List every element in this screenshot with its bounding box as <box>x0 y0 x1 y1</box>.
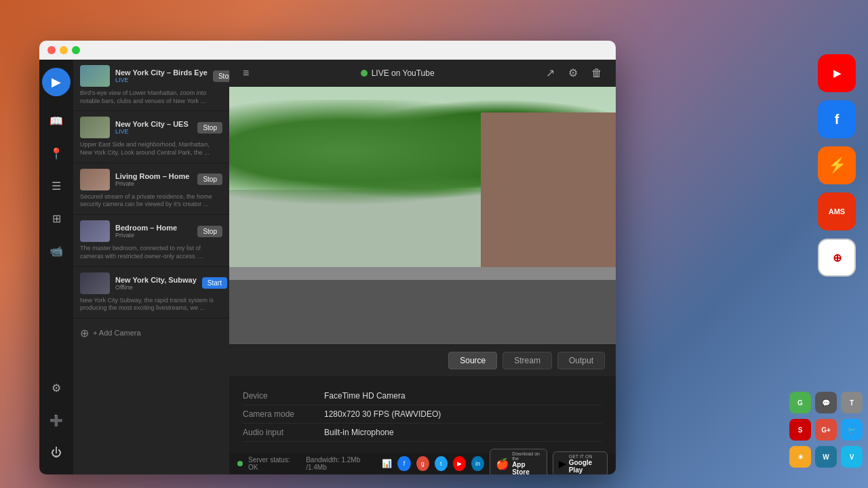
mini-icon-s-red[interactable]: S <box>789 419 811 441</box>
status-right: f g t ▶ in 🍎 Download on the App Store ▶ <box>397 449 608 474</box>
camera-item-2[interactable]: New York City – UES LIVE Stop Upper East… <box>73 111 229 163</box>
device-value: FaceTime HD Camera <box>324 391 406 401</box>
camera-info-1: New York City – Birds Eye LIVE <box>115 68 208 83</box>
menu-icon-btn[interactable]: ≡ <box>240 64 252 82</box>
camera-list: New York City – Birds Eye LIVE Stop Bird… <box>73 60 229 474</box>
delete-btn[interactable]: 🗑 <box>589 64 605 82</box>
apple-main-label: App Store <box>512 461 541 474</box>
sidebar-icon-power[interactable]: ⏻ <box>43 439 70 466</box>
add-camera-label: + Add Camera <box>93 329 141 337</box>
tab-source[interactable]: Source <box>448 352 497 369</box>
camera-mode-label: Camera mode <box>243 409 324 419</box>
sidebar-icon-plus[interactable]: ➕ <box>43 407 70 434</box>
google-play-badge[interactable]: ▶ GET IT ON Google Play <box>553 451 608 475</box>
bandwidth-icon: 📊 <box>382 459 392 468</box>
sidebar-icon-video[interactable]: 📹 <box>43 237 70 264</box>
camera-name-4: Bedroom – Home <box>115 224 192 232</box>
camera-item-4[interactable]: Bedroom – Home Private Stop The master b… <box>73 215 229 266</box>
app-window: ▶ 📖 📍 ☰ ⊞ 📹 ⚙ ➕ <box>39 41 616 474</box>
bandwidth-text: Bandwidth: 1.2Mb /1.4Mb <box>306 456 375 471</box>
mini-icon-t[interactable]: T <box>841 392 863 413</box>
social-youtube[interactable]: ▶ <box>453 456 466 471</box>
sidebar-icon-settings[interactable]: ⚙ <box>43 374 70 401</box>
mini-icon-chat[interactable]: 💬 <box>815 392 837 413</box>
add-camera-icon: ⊕ <box>80 327 89 340</box>
google-main-label: Google Play <box>569 459 601 474</box>
sidebar-logo[interactable]: ▶ <box>42 68 71 96</box>
mini-icon-v[interactable]: V <box>841 446 863 468</box>
camera-status-3: Private <box>115 180 192 187</box>
status-dot <box>237 461 243 466</box>
camera-info-3: Living Room – Home Private <box>115 172 192 187</box>
camera-desc-5: New York City Subway, the rapid transit … <box>80 297 222 312</box>
bottom-right-icons-area: G 💬 T S G+ 🐦 ☀ W V <box>789 392 863 468</box>
sidebar-icon-location[interactable]: 📍 <box>43 140 70 167</box>
sidebar-icon-grid[interactable]: ⊞ <box>43 205 70 232</box>
list-icon: ☰ <box>52 180 61 192</box>
mini-icon-gplus[interactable]: G+ <box>815 419 837 441</box>
trash-icon: 🗑 <box>591 67 602 79</box>
server-status-text: Server status: OK <box>248 456 296 471</box>
sidebar-icon-list[interactable]: ☰ <box>43 172 70 199</box>
desktop-icon-s5[interactable]: ⊕ <box>818 239 856 277</box>
logo-icon: ▶ <box>52 75 61 89</box>
camera-status-4: Private <box>115 232 192 239</box>
top-bar: ≡ LIVE on YouTube ↗ ⚙ 🗑 <box>229 60 616 87</box>
camera-stop-btn-3[interactable]: Stop <box>197 174 222 185</box>
mini-icon-twitter[interactable]: 🐦 <box>841 419 863 441</box>
share-btn[interactable]: ↗ <box>543 64 557 82</box>
mini-icons-row3: ☀ W V <box>789 446 863 468</box>
settings-btn[interactable]: ⚙ <box>566 64 580 82</box>
social-linkedin[interactable]: in <box>471 456 484 471</box>
camera-mode-value: 868x488 30 FPS (RAWVIDEO) <box>324 409 441 419</box>
street-scene <box>229 87 616 344</box>
camera-stop-btn-2[interactable]: Stop <box>197 122 222 134</box>
social-fb[interactable]: f <box>397 456 410 471</box>
camera-stop-btn-1[interactable]: Stop <box>213 70 229 82</box>
camera-info-5: New York City, Subway Offline <box>115 276 197 291</box>
road-layer <box>229 280 616 344</box>
sidewalk-layer <box>229 267 616 280</box>
mini-icon-wp[interactable]: W <box>815 446 837 468</box>
desktop-icon-facebook[interactable]: f <box>818 100 856 138</box>
camera-stop-btn-4[interactable]: Stop <box>197 226 222 237</box>
tab-stream[interactable]: Stream <box>502 352 552 369</box>
audio-label: Audio input <box>243 428 324 437</box>
mini-icon-sun[interactable]: ☀ <box>789 446 811 468</box>
camera-item-3[interactable]: Living Room – Home Private Stop Secured … <box>73 163 229 215</box>
camera-item-2-top: New York City – UES LIVE Stop <box>80 117 222 138</box>
camera-info-4: Bedroom – Home Private <box>115 224 192 239</box>
camera-desc-3: Secured stream of a private residence, t… <box>80 193 222 209</box>
bolt-icon: ⚡ <box>828 157 846 174</box>
camera-name-3: Living Room – Home <box>115 172 192 180</box>
add-camera-btn[interactable]: ⊕ + Add Camera <box>73 319 229 348</box>
apple-store-badge[interactable]: 🍎 Download on the App Store <box>490 449 547 474</box>
mini-icons-row2: S G+ 🐦 <box>789 419 863 441</box>
title-bar <box>39 41 616 60</box>
social-twitter[interactable]: t <box>435 456 448 471</box>
desktop-icon-bolt[interactable]: ⚡ <box>818 146 856 184</box>
minimize-button[interactable] <box>60 46 68 54</box>
tab-output[interactable]: Output <box>557 352 605 369</box>
camera-status-1: LIVE <box>115 77 208 83</box>
camera-item-5[interactable]: New York City, Subway Offline Start New … <box>73 267 229 319</box>
camera-name-1: New York City – Birds Eye <box>115 68 208 77</box>
info-row-camera-mode: Camera mode 868x488 30 FPS (RAWVIDEO) <box>243 405 602 424</box>
social-gplus[interactable]: g <box>416 456 429 471</box>
settings-gear-icon: ⚙ <box>568 67 578 79</box>
ams-label: AMS <box>829 207 845 216</box>
camera-start-btn-5[interactable]: Start <box>202 277 227 289</box>
info-row-device: Device FaceTime HD Camera <box>243 387 602 405</box>
desktop-icon-youtube[interactable]: ▶ <box>818 54 856 92</box>
sidebar-icon-book[interactable]: 📖 <box>43 107 70 134</box>
mini-icons-row1: G 💬 T <box>789 392 863 413</box>
close-button[interactable] <box>47 46 56 54</box>
mini-icon-g-green[interactable]: G <box>789 392 811 413</box>
audio-value: Built-in Microphone <box>324 428 394 437</box>
desktop-icon-ams[interactable]: AMS <box>818 192 856 230</box>
camera-item-1[interactable]: New York City – Birds Eye LIVE Stop Bird… <box>73 60 229 111</box>
camera-thumb-3 <box>80 169 110 190</box>
info-panel: Device FaceTime HD Camera Camera mode 12… <box>229 376 616 453</box>
s5-icon: ⊕ <box>833 251 842 264</box>
maximize-button[interactable] <box>72 46 80 54</box>
